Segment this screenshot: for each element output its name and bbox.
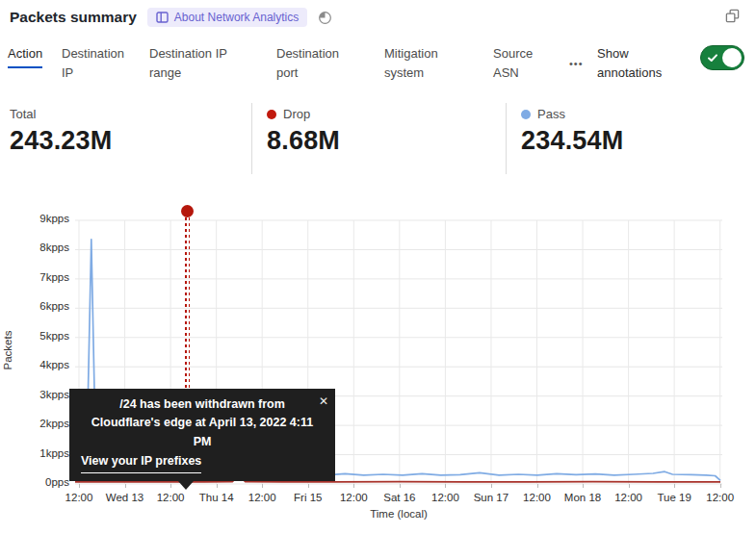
tab-label: Action	[8, 46, 42, 61]
tab-destination-port[interactable]: Destination port	[276, 44, 359, 83]
x-tick-mark	[353, 484, 354, 488]
packets-summary-panel: Packets summary About Network Analytics …	[0, 0, 756, 534]
tab-source-asn[interactable]: Source ASN	[493, 44, 543, 83]
tab-bar: Action Destination IP Destination IP ran…	[0, 44, 756, 92]
book-icon	[156, 12, 169, 23]
tab-label: Mitigation system	[384, 46, 438, 80]
x-tick-mark	[720, 484, 721, 488]
x-tick-label: Mon 18	[560, 492, 605, 503]
stat-label: Pass	[537, 107, 565, 121]
tooltip-arrow	[178, 481, 194, 490]
x-tick-label: Wed 13	[103, 492, 147, 503]
stats-row: Total 243.23M Drop 8.68M Pass 234.54M	[0, 103, 756, 180]
divider	[506, 103, 507, 174]
badge-label: About Network Analytics	[174, 11, 299, 24]
x-tick-label: Sat 16	[378, 492, 422, 503]
tab-label: Destination port	[276, 46, 339, 80]
show-annotations-label: Show annotations	[597, 44, 682, 83]
y-tick-label: 3kpps	[23, 389, 69, 400]
y-tick-label: 5kpps	[23, 330, 69, 342]
tab-label: Destination IP	[62, 46, 124, 80]
stat-value: 8.68M	[267, 126, 340, 156]
y-tick-label: 4kpps	[23, 359, 69, 370]
x-tick-mark	[308, 484, 309, 488]
toggle-knob	[722, 48, 742, 67]
stat-value: 234.54M	[521, 126, 623, 156]
x-tick-label: 12:00	[57, 492, 101, 503]
y-tick-label: 0pps	[23, 476, 69, 488]
x-tick-mark	[583, 484, 584, 488]
tooltip-line1: /24 has been withdrawn from	[119, 397, 285, 411]
x-tick-mark	[491, 484, 492, 488]
tab-action[interactable]: Action	[8, 44, 42, 68]
tooltip-line2: Cloudflare's edge at April 13, 2022 4:11…	[91, 416, 313, 447]
x-tick-label: 12:00	[148, 492, 193, 503]
stat-pass: Pass 234.54M	[521, 107, 623, 156]
pass-dot-icon	[521, 110, 531, 119]
annotation-tooltip: ✕ /24 has been withdrawn from Cloudflare…	[69, 389, 335, 481]
tab-label: Destination IP range	[149, 46, 227, 80]
x-tick-mark	[79, 484, 80, 488]
drop-dot-icon	[267, 110, 276, 119]
x-tick-label: Fri 15	[286, 492, 330, 503]
x-tick-mark	[125, 484, 126, 488]
x-tick-mark	[400, 484, 401, 488]
y-tick-label: 9kpps	[23, 213, 69, 224]
x-tick-label: Tue 19	[652, 492, 696, 503]
x-tick-label: 12:00	[423, 492, 467, 503]
stat-drop: Drop 8.68M	[267, 107, 340, 156]
more-tabs-icon[interactable]: •••	[569, 58, 584, 69]
x-tick-label: 12:00	[240, 492, 284, 503]
view-ip-prefixes-link[interactable]: View your IP prefixes	[81, 452, 201, 472]
check-icon	[707, 52, 718, 64]
x-tick-label: 12:00	[331, 492, 376, 503]
about-network-analytics-badge[interactable]: About Network Analytics	[147, 8, 307, 27]
x-tick-mark	[537, 484, 538, 488]
x-tick-mark	[217, 484, 218, 488]
tab-destination-ip-range[interactable]: Destination IP range	[149, 44, 257, 83]
copy-icon[interactable]	[725, 9, 740, 27]
y-tick-label: 6kpps	[23, 300, 69, 312]
y-axis-title: Packets	[2, 317, 13, 384]
x-tick-label: Thu 14	[195, 492, 239, 503]
time-period-icon[interactable]	[318, 11, 332, 25]
y-tick-label: 1kpps	[23, 447, 69, 459]
tab-label: Source ASN	[493, 46, 533, 80]
y-tick-label: 2kpps	[23, 418, 69, 429]
show-annotations-toggle[interactable]	[700, 45, 744, 70]
close-icon[interactable]: ✕	[319, 393, 328, 411]
x-tick-label: 12:00	[607, 492, 651, 503]
x-tick-mark	[445, 484, 446, 488]
x-tick-mark	[674, 484, 675, 488]
stat-total: Total 243.23M	[10, 107, 112, 156]
stat-label: Total	[10, 107, 36, 121]
y-tick-label: 7kpps	[23, 271, 69, 283]
stat-value: 243.23M	[10, 126, 112, 156]
x-tick-label: Sun 17	[469, 492, 513, 503]
stat-label: Drop	[283, 107, 310, 121]
x-tick-mark	[629, 484, 630, 488]
page-title: Packets summary	[10, 9, 137, 26]
x-tick-mark	[262, 484, 263, 488]
x-tick-label: 12:00	[698, 492, 743, 503]
annotation-marker[interactable]	[181, 205, 194, 217]
tab-mitigation-system[interactable]: Mitigation system	[384, 44, 463, 83]
header: Packets summary About Network Analytics	[10, 8, 332, 27]
divider	[251, 103, 252, 174]
tab-destination-ip[interactable]: Destination IP	[62, 44, 133, 83]
y-tick-label: 8kpps	[23, 242, 69, 253]
x-tick-label: 12:00	[515, 492, 560, 503]
x-axis-title: Time (local)	[75, 508, 722, 520]
x-tick-mark	[170, 484, 171, 488]
